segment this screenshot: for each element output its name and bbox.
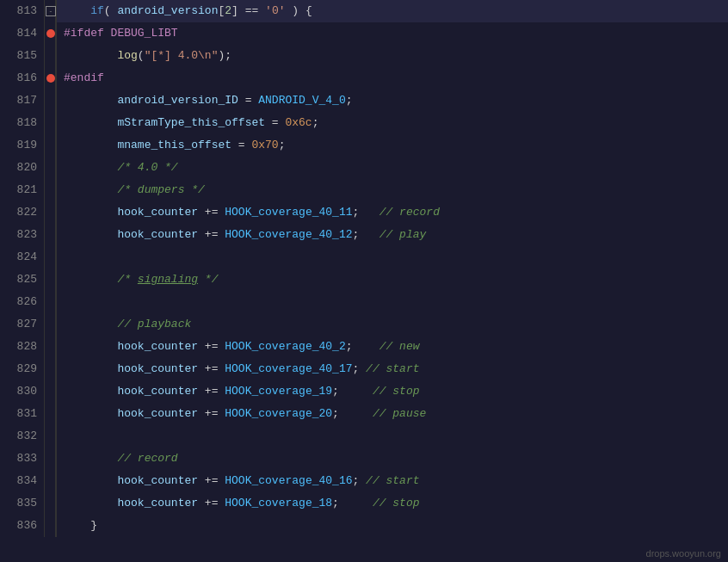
line-number: 835 — [0, 492, 45, 515]
line-number: 831 — [0, 403, 45, 425]
code-line: hook_counter += HOOK_coverage_40_2; // n… — [57, 336, 728, 358]
line-number: 818 — [0, 112, 45, 134]
line-gutter: - — [45, 0, 57, 22]
line-number: 833 — [0, 448, 45, 470]
line-number: 819 — [0, 134, 45, 157]
code-row: 813 - if( android_version[2] == '0' ) { — [0, 0, 728, 22]
code-line: #endif — [57, 67, 728, 90]
code-row: 828 hook_counter += HOOK_coverage_40_2; … — [0, 336, 728, 358]
line-number: 814 — [0, 22, 45, 45]
code-row: 819 mname_this_offset = 0x70; — [0, 134, 728, 157]
line-number: 822 — [0, 201, 45, 224]
code-row: 836 } — [0, 515, 728, 537]
code-line — [57, 291, 728, 313]
line-gutter — [45, 269, 57, 291]
line-gutter — [45, 448, 57, 470]
line-number: 825 — [0, 269, 45, 291]
line-gutter — [45, 515, 57, 537]
line-gutter — [45, 403, 57, 425]
code-row: 823 hook_counter += HOOK_coverage_40_12;… — [0, 224, 728, 246]
line-number: 836 — [0, 515, 45, 537]
code-row: 822 hook_counter += HOOK_coverage_40_11;… — [0, 201, 728, 224]
code-row: 831 hook_counter += HOOK_coverage_20; //… — [0, 403, 728, 425]
line-number: 828 — [0, 336, 45, 358]
code-row: 816 #endif — [0, 67, 728, 90]
line-gutter — [45, 157, 57, 179]
line-gutter — [45, 22, 57, 45]
line-gutter — [45, 246, 57, 269]
line-gutter — [45, 179, 57, 201]
line-number: 820 — [0, 157, 45, 179]
code-row: 834 hook_counter += HOOK_coverage_40_16;… — [0, 470, 728, 492]
watermark-text: drops.wooyun.org — [646, 548, 721, 559]
code-line: /* 4.0 */ — [57, 157, 728, 179]
code-editor: 813 - if( android_version[2] == '0' ) { … — [0, 0, 728, 562]
code-line: #ifdef DEBUG_LIBT — [57, 22, 728, 45]
line-number: 816 — [0, 67, 45, 90]
code-row: 829 hook_counter += HOOK_coverage_40_17;… — [0, 358, 728, 380]
line-gutter — [45, 45, 57, 67]
code-line: hook_counter += HOOK_coverage_40_17; // … — [57, 358, 728, 380]
line-number: 832 — [0, 425, 45, 448]
code-line: mStramType_this_offset = 0x6c; — [57, 112, 728, 134]
line-number: 813 — [0, 0, 45, 22]
code-row: 826 — [0, 291, 728, 313]
code-line — [57, 425, 728, 448]
line-gutter — [45, 313, 57, 336]
line-gutter — [45, 201, 57, 224]
code-line: hook_counter += HOOK_coverage_40_16; // … — [57, 470, 728, 492]
code-row: 824 — [0, 246, 728, 269]
line-gutter — [45, 90, 57, 112]
code-line: hook_counter += HOOK_coverage_18; // sto… — [57, 492, 728, 515]
line-gutter — [45, 425, 57, 448]
code-row: 818 mStramType_this_offset = 0x6c; — [0, 112, 728, 134]
code-line — [57, 246, 728, 269]
code-line: mname_this_offset = 0x70; — [57, 134, 728, 157]
code-line: hook_counter += HOOK_coverage_19; // sto… — [57, 380, 728, 403]
code-line: android_version_ID = ANDROID_V_4_0; — [57, 90, 728, 112]
code-row: 821 /* dumpers */ — [0, 179, 728, 201]
code-row: 835 hook_counter += HOOK_coverage_18; //… — [0, 492, 728, 515]
code-line: hook_counter += HOOK_coverage_40_11; // … — [57, 201, 728, 224]
line-gutter — [45, 224, 57, 246]
code-line: // record — [57, 448, 728, 470]
code-line: /* dumpers */ — [57, 179, 728, 201]
line-number: 815 — [0, 45, 45, 67]
line-gutter — [45, 380, 57, 403]
code-row: 815 log("[*] 4.0\n"); — [0, 45, 728, 67]
line-number: 834 — [0, 470, 45, 492]
code-line: } — [57, 515, 728, 537]
code-line: hook_counter += HOOK_coverage_40_12; // … — [57, 224, 728, 246]
code-line: // playback — [57, 313, 728, 336]
line-number: 823 — [0, 224, 45, 246]
line-number: 826 — [0, 291, 45, 313]
code-row: 820 /* 4.0 */ — [0, 157, 728, 179]
code-row: 833 // record — [0, 448, 728, 470]
code-row: 832 — [0, 425, 728, 448]
line-number: 830 — [0, 380, 45, 403]
code-line: log("[*] 4.0\n"); — [57, 45, 728, 67]
code-row: 830 hook_counter += HOOK_coverage_19; //… — [0, 380, 728, 403]
line-gutter — [45, 492, 57, 515]
line-gutter — [45, 112, 57, 134]
code-row: 814 #ifdef DEBUG_LIBT — [0, 22, 728, 45]
line-gutter — [45, 358, 57, 380]
code-line: hook_counter += HOOK_coverage_20; // pau… — [57, 403, 728, 425]
line-gutter — [45, 134, 57, 157]
line-number: 821 — [0, 179, 45, 201]
line-number: 824 — [0, 246, 45, 269]
code-row: 817 android_version_ID = ANDROID_V_4_0; — [0, 90, 728, 112]
line-gutter — [45, 291, 57, 313]
code-line: if( android_version[2] == '0' ) { — [57, 0, 728, 22]
code-row: 827 // playback — [0, 313, 728, 336]
line-gutter — [45, 67, 57, 90]
line-number: 827 — [0, 313, 45, 336]
code-line: /* signaling */ — [57, 269, 728, 291]
line-gutter — [45, 336, 57, 358]
line-number: 817 — [0, 90, 45, 112]
code-row: 825 /* signaling */ — [0, 269, 728, 291]
line-number: 829 — [0, 358, 45, 380]
line-gutter — [45, 470, 57, 492]
